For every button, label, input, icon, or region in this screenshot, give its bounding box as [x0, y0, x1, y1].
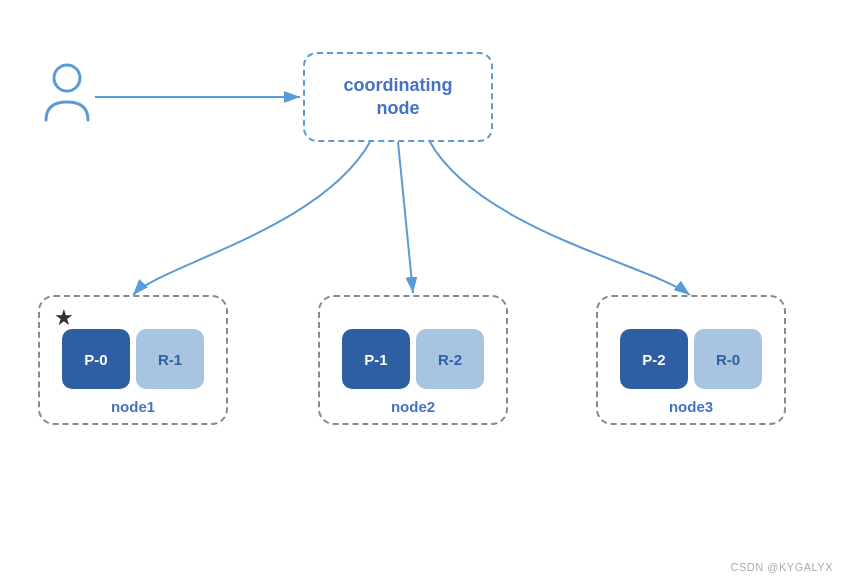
node1-primary-shard: P-0	[62, 329, 130, 389]
node3-replica-shard: R-0	[694, 329, 762, 389]
coord-to-node2-arrow	[398, 142, 413, 293]
node2-box: P-1 R-2 node2	[318, 295, 508, 425]
diagram-container: coordinating node ★ P-0 R-1 node1 P-1 R-…	[0, 0, 851, 583]
user-icon	[42, 62, 92, 127]
node3-label: node3	[598, 398, 784, 415]
coord-to-node3-arrow	[430, 142, 690, 295]
coordinating-node-box: coordinating node	[303, 52, 493, 142]
node2-primary-shard: P-1	[342, 329, 410, 389]
node1-box: ★ P-0 R-1 node1	[38, 295, 228, 425]
node3-primary-shard: P-2	[620, 329, 688, 389]
node2-replica-shard: R-2	[416, 329, 484, 389]
svg-point-0	[54, 65, 80, 91]
watermark: CSDN @KYGALYX	[731, 561, 833, 573]
node1-replica-shard: R-1	[136, 329, 204, 389]
coord-node-label: coordinating node	[344, 74, 453, 121]
node2-label: node2	[320, 398, 506, 415]
coord-to-node1-arrow	[133, 142, 370, 295]
node1-label: node1	[40, 398, 226, 415]
star-icon: ★	[54, 305, 74, 331]
node3-box: P-2 R-0 node3	[596, 295, 786, 425]
